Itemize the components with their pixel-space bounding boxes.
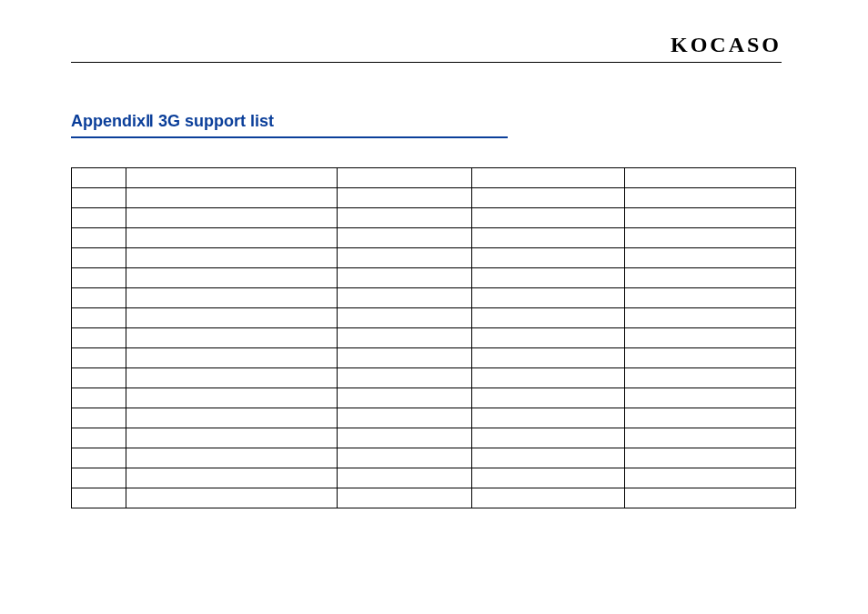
table-cell [472, 428, 625, 448]
table-row [72, 468, 796, 488]
table-cell [338, 208, 472, 228]
table-row [72, 228, 796, 248]
table-cell [472, 188, 625, 208]
table-cell [126, 268, 338, 288]
table-cell [472, 208, 625, 228]
table-cell [472, 308, 625, 328]
table-row [72, 408, 796, 428]
table-cell [338, 268, 472, 288]
page: KOCASO AppendixⅡ 3G support list [0, 0, 868, 614]
table-cell [72, 348, 126, 368]
table-cell [126, 308, 338, 328]
table-cell [625, 308, 796, 328]
table-cell [472, 488, 625, 508]
table-cell [472, 328, 625, 348]
table-cell [472, 448, 625, 468]
table-cell [625, 248, 796, 268]
table-cell [126, 388, 338, 408]
table-cell [72, 368, 126, 388]
table-cell [126, 368, 338, 388]
table-cell [126, 468, 338, 488]
page-title: AppendixⅡ 3G support list [71, 111, 508, 131]
table-cell [126, 208, 338, 228]
table-row [72, 268, 796, 288]
table-cell [338, 228, 472, 248]
table-cell [472, 248, 625, 268]
support-table [71, 167, 796, 508]
table-cell [625, 228, 796, 248]
support-table-wrap [71, 167, 795, 508]
table-cell [625, 348, 796, 368]
table-cell [625, 388, 796, 408]
table-cell [472, 228, 625, 248]
title-underline [71, 136, 508, 138]
table-cell [625, 328, 796, 348]
table-cell [338, 188, 472, 208]
table-cell [72, 268, 126, 288]
table-cell [126, 428, 338, 448]
table-cell [338, 488, 472, 508]
table-cell [625, 208, 796, 228]
table-cell [72, 208, 126, 228]
table-cell [126, 188, 338, 208]
table-cell [72, 168, 126, 188]
table-cell [472, 388, 625, 408]
table-cell [338, 348, 472, 368]
table-row [72, 388, 796, 408]
table-row [72, 248, 796, 268]
table-cell [72, 448, 126, 468]
table-cell [625, 448, 796, 468]
table-cell [72, 388, 126, 408]
table-cell [126, 288, 338, 308]
table-cell [338, 468, 472, 488]
table-cell [625, 168, 796, 188]
table-cell [338, 168, 472, 188]
table-cell [126, 448, 338, 468]
table-cell [625, 408, 796, 428]
table-cell [126, 348, 338, 368]
table-row [72, 288, 796, 308]
header-area: KOCASO [0, 0, 868, 65]
table-row [72, 448, 796, 468]
table-cell [625, 488, 796, 508]
table-cell [126, 228, 338, 248]
table-row [72, 328, 796, 348]
table-cell [472, 288, 625, 308]
table-cell [625, 428, 796, 448]
table-row [72, 168, 796, 188]
table-row [72, 208, 796, 228]
table-cell [72, 188, 126, 208]
table-cell [625, 188, 796, 208]
table-cell [72, 308, 126, 328]
table-cell [338, 308, 472, 328]
table-cell [625, 368, 796, 388]
table-row [72, 348, 796, 368]
table-cell [72, 428, 126, 448]
table-cell [126, 408, 338, 428]
table-cell [472, 348, 625, 368]
table-cell [472, 468, 625, 488]
table-cell [72, 288, 126, 308]
table-cell [338, 448, 472, 468]
table-cell [72, 408, 126, 428]
table-cell [72, 328, 126, 348]
table-cell [338, 328, 472, 348]
table-cell [126, 328, 338, 348]
table-cell [625, 268, 796, 288]
table-cell [72, 248, 126, 268]
table-cell [72, 228, 126, 248]
table-cell [126, 248, 338, 268]
table-cell [472, 168, 625, 188]
table-cell [126, 168, 338, 188]
table-cell [338, 388, 472, 408]
table-cell [338, 368, 472, 388]
table-cell [625, 288, 796, 308]
table-cell [472, 368, 625, 388]
table-cell [338, 408, 472, 428]
table-row [72, 188, 796, 208]
table-cell [126, 488, 338, 508]
title-block: AppendixⅡ 3G support list [71, 111, 508, 138]
table-cell [472, 408, 625, 428]
table-row [72, 308, 796, 328]
table-cell [625, 468, 796, 488]
